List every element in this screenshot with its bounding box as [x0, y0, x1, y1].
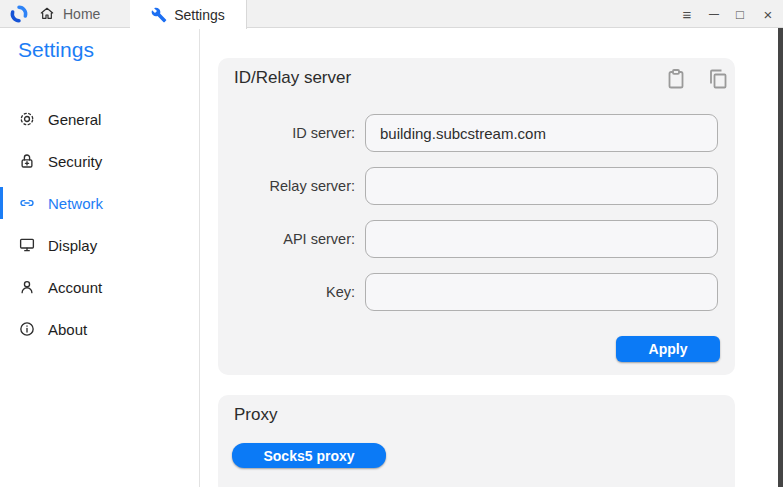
- lock-icon: [18, 152, 36, 170]
- id-server-label: ID server:: [218, 114, 355, 152]
- title-bar: Home Settings ≡ ─ □ ×: [0, 0, 783, 28]
- sidebar-title: Settings: [18, 38, 199, 62]
- sidebar-item-network[interactable]: Network: [0, 182, 199, 224]
- card-title: ID/Relay server: [234, 68, 351, 88]
- id-server-input[interactable]: [365, 114, 718, 152]
- sidebar-item-security[interactable]: Security: [0, 140, 199, 182]
- window-edge-strip: [778, 28, 783, 487]
- window-close-icon[interactable]: ×: [757, 0, 779, 28]
- proxy-card-title: Proxy: [234, 405, 277, 425]
- settings-sidebar: Settings General Security Network: [0, 29, 200, 487]
- key-label: Key:: [218, 273, 355, 311]
- sidebar-item-account[interactable]: Account: [0, 266, 199, 308]
- id-relay-server-card: ID/Relay server ID server: Relay server:…: [218, 58, 735, 375]
- paste-icon[interactable]: [664, 67, 688, 91]
- info-icon: [18, 320, 36, 338]
- api-server-label: API server:: [218, 220, 355, 258]
- window-menu-icon[interactable]: ≡: [676, 0, 698, 28]
- form-row-id-server: ID server:: [218, 114, 735, 152]
- sidebar-item-general[interactable]: General: [0, 98, 199, 140]
- key-input[interactable]: [365, 273, 718, 311]
- sidebar-menu: General Security Network Display: [0, 98, 199, 350]
- copy-icon[interactable]: [706, 67, 730, 91]
- sidebar-item-about[interactable]: About: [0, 308, 199, 350]
- sidebar-item-label: Display: [48, 237, 97, 254]
- tab-settings-label: Settings: [174, 7, 225, 23]
- form-row-api-server: API server:: [218, 220, 735, 258]
- relay-server-label: Relay server:: [218, 167, 355, 205]
- wrench-icon: [151, 7, 167, 23]
- monitor-icon: [18, 236, 36, 254]
- apply-button[interactable]: Apply: [616, 336, 720, 362]
- sidebar-item-label: Security: [48, 153, 102, 170]
- window-maximize-icon[interactable]: □: [729, 0, 751, 28]
- sidebar-item-display[interactable]: Display: [0, 224, 199, 266]
- window-minimize-icon[interactable]: ─: [703, 0, 725, 28]
- home-icon: [38, 6, 56, 22]
- form-row-relay-server: Relay server:: [218, 167, 735, 205]
- socks5-proxy-button[interactable]: Socks5 proxy: [232, 443, 386, 468]
- link-icon: [18, 194, 36, 212]
- tab-settings[interactable]: Settings: [130, 0, 247, 29]
- relay-server-input[interactable]: [365, 167, 718, 205]
- gear-icon: [18, 110, 36, 128]
- tab-home-label: Home: [63, 6, 100, 22]
- proxy-card: Proxy Socks5 proxy: [218, 395, 735, 487]
- form-row-key: Key:: [218, 273, 735, 311]
- api-server-input[interactable]: [365, 220, 718, 258]
- sidebar-item-label: Account: [48, 279, 102, 296]
- sidebar-item-label: Network: [48, 195, 103, 212]
- sidebar-item-label: About: [48, 321, 87, 338]
- person-icon: [18, 278, 36, 296]
- sidebar-item-label: General: [48, 111, 101, 128]
- app-logo-icon: [9, 4, 29, 24]
- tab-home[interactable]: Home: [38, 0, 100, 28]
